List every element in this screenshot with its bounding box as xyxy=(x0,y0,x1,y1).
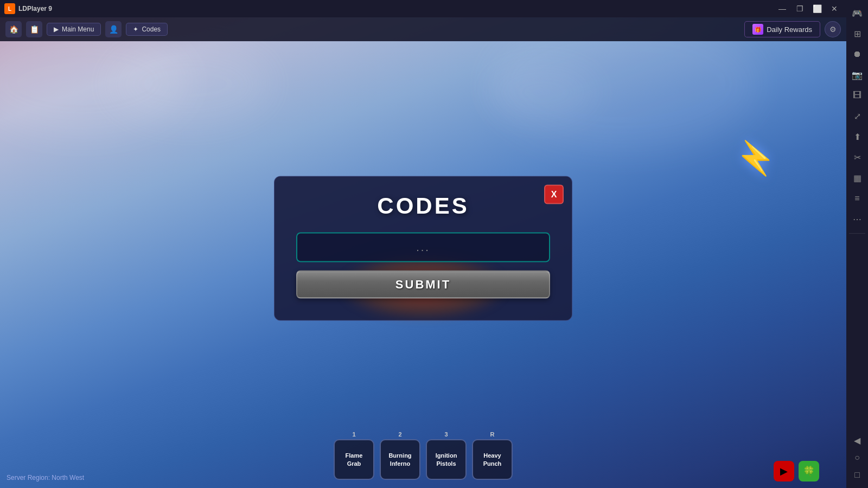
action-slot-3: 3 IgnitionPistols xyxy=(426,431,467,480)
slot-key-3: 3 xyxy=(444,431,448,438)
slot-key-1: 1 xyxy=(352,431,355,438)
close-label: X xyxy=(551,190,557,200)
action-slot-1: 1 FlameGrab xyxy=(334,431,374,480)
scale-icon[interactable]: ⤢ xyxy=(848,107,866,125)
scissors-icon[interactable]: ✂ xyxy=(848,149,866,166)
lightning-character: ⚡ xyxy=(735,139,776,177)
layout-icon[interactable]: ▦ xyxy=(848,169,866,187)
codes-label: Codes xyxy=(142,25,161,33)
arrow-icon: ▶ xyxy=(54,25,59,33)
codes-modal: X CODES SUBMIT xyxy=(274,176,572,321)
action-slot-2: 2 BurningInferno xyxy=(380,431,420,480)
camera2-icon[interactable]: 🎞 xyxy=(848,87,866,104)
app-title: LDPlayer 9 xyxy=(18,5,775,12)
gift-icon: 🎁 xyxy=(752,24,763,35)
codes-close-button[interactable]: X xyxy=(544,185,564,204)
clover-button[interactable]: 🍀 xyxy=(799,461,819,481)
record-icon[interactable]: ⏺ xyxy=(848,46,866,63)
titlebar-controls: — ❐ ⬜ ✕ xyxy=(775,3,842,15)
daily-rewards-label: Daily Rewards xyxy=(767,25,812,34)
flame-grab-button[interactable]: FlameGrab xyxy=(334,439,374,480)
slot-key-r: R xyxy=(490,431,495,438)
action-slot-r: R HeavyPunch xyxy=(472,431,513,480)
main-menu-label: Main Menu xyxy=(62,25,94,33)
daily-rewards-button[interactable]: 🎁 Daily Rewards xyxy=(744,21,820,37)
code-input[interactable] xyxy=(296,233,550,262)
burning-inferno-button[interactable]: BurningInferno xyxy=(380,439,420,480)
home-nav-icon[interactable]: 🏠 xyxy=(5,21,22,37)
dots-icon[interactable]: ⋯ xyxy=(848,210,866,228)
grid-icon[interactable]: ⊞ xyxy=(848,25,866,42)
close-button[interactable]: ✕ xyxy=(827,3,842,15)
top-nav: 🏠 📋 ▶ Main Menu 👤 ✦ Codes 🎁 Daily Reward… xyxy=(0,17,846,41)
server-region-text: Server Region: North West xyxy=(7,474,84,481)
codes-nav-icon: ✦ xyxy=(133,25,138,33)
heavy-punch-button[interactable]: HeavyPunch xyxy=(472,439,513,480)
lines-icon[interactable]: ≡ xyxy=(848,190,866,207)
submit-button[interactable]: SUBMIT xyxy=(296,271,550,299)
slot-key-2: 2 xyxy=(398,431,401,438)
upload-icon[interactable]: ⬆ xyxy=(848,128,866,145)
settings-button[interactable]: ⚙ xyxy=(825,21,841,37)
user-nav-icon[interactable]: 👤 xyxy=(105,21,122,37)
back-icon[interactable]: ◀ xyxy=(848,432,866,449)
gamepad-icon[interactable]: 🎮 xyxy=(848,4,866,22)
bottom-action-bar: 1 FlameGrab 2 BurningInferno 3 IgnitionP… xyxy=(334,431,513,480)
settings-icon: ⚙ xyxy=(829,25,837,34)
restore-button[interactable]: ❐ xyxy=(792,3,807,15)
main-content: ⚡ X CODES SUBMIT 1 FlameGrab 2 BurningIn… xyxy=(0,41,846,488)
codes-button[interactable]: ✦ Codes xyxy=(126,23,168,36)
history-nav-icon[interactable]: 📋 xyxy=(26,21,42,37)
screenshot-icon[interactable]: 📷 xyxy=(848,66,866,84)
titlebar: L LDPlayer 9 — ❐ ⬜ ✕ xyxy=(0,0,846,17)
right-sidebar: 🎮 ⊞ ⏺ 📷 🎞 ⤢ ⬆ ✂ ▦ ≡ ⋯ ◀ ○ □ xyxy=(846,0,868,488)
youtube-button[interactable]: ▶ xyxy=(774,461,794,481)
app-logo: L xyxy=(4,3,15,14)
maximize-button[interactable]: ⬜ xyxy=(809,3,825,15)
square-icon[interactable]: □ xyxy=(848,466,866,484)
minimize-button[interactable]: — xyxy=(775,3,790,15)
main-menu-button[interactable]: ▶ Main Menu xyxy=(47,23,101,36)
codes-title: CODES xyxy=(296,193,550,219)
ignition-pistols-button[interactable]: IgnitionPistols xyxy=(426,439,467,480)
home-icon[interactable]: ○ xyxy=(848,449,866,466)
bottom-right-icons: ▶ 🍀 xyxy=(774,461,819,481)
